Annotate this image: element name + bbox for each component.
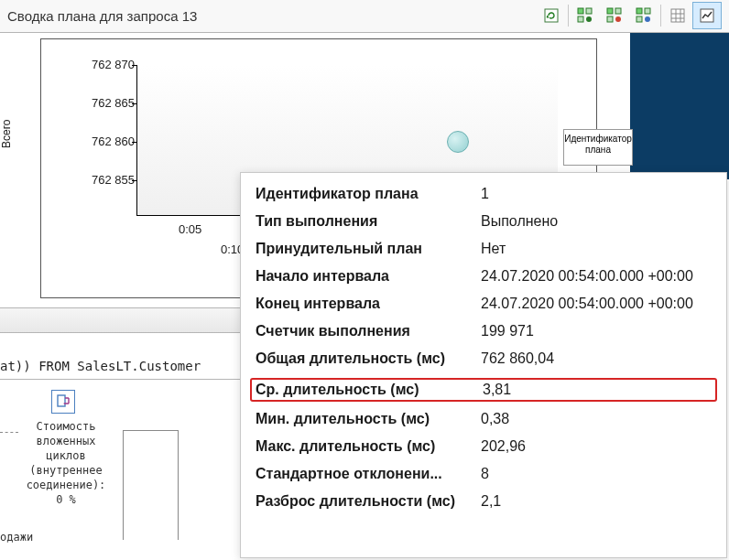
tooltip-value: 762 860,04 <box>481 350 712 367</box>
tooltip-value: 24.07.2020 00:54:00.000 +00:00 <box>481 296 712 312</box>
svg-rect-19 <box>58 395 65 406</box>
tooltip-label: Тип выполнения <box>256 213 481 230</box>
tooltip-row: Начало интервала24.07.2020 00:54:00.000 … <box>256 268 712 285</box>
plan-text: (внутреннее <box>15 463 117 478</box>
tooltip-label: Общая длительность (мс) <box>256 350 481 367</box>
tooltip-row: Ср. длительность (мс)3,81 <box>250 378 717 402</box>
svg-rect-2 <box>586 8 592 14</box>
svg-rect-10 <box>645 8 650 14</box>
plan-text: соединение): <box>15 478 117 492</box>
refresh-button[interactable] <box>537 2 566 29</box>
tooltip-row: Общая длительность (мс)762 860,04 <box>256 350 712 367</box>
svg-marker-20 <box>63 403 65 404</box>
connector-line <box>123 430 124 540</box>
config-button-2[interactable] <box>600 2 629 29</box>
y-axis-label: Всего <box>0 120 13 148</box>
nested-loops-icon[interactable] <box>51 390 75 414</box>
toolbar-separator <box>568 5 569 27</box>
tooltip-label: Принудительный план <box>256 241 481 257</box>
legend-text: плана <box>564 145 632 156</box>
tooltip-value: 3,81 <box>483 382 712 398</box>
tooltip-value: 1 <box>481 186 712 202</box>
svg-point-8 <box>615 16 621 22</box>
x-tick-label: 0:05 <box>179 222 201 236</box>
y-tick-label: 762 860 <box>92 135 135 148</box>
grid-view-button[interactable] <box>663 2 692 29</box>
connector-line <box>178 430 179 540</box>
tooltip-value: 202,96 <box>481 438 712 455</box>
tooltip-row: Принудительный планНет <box>256 241 712 257</box>
config-button-3[interactable] <box>629 2 658 29</box>
chart-view-button[interactable] <box>692 2 722 29</box>
tooltip-label: Идентификатор плана <box>256 186 481 202</box>
plan-text: Стоимость <box>15 419 117 434</box>
tooltip-row: Счетчик выполнения199 971 <box>256 323 712 339</box>
tooltip-label: Разброс длительности (мс) <box>256 493 481 510</box>
svg-rect-3 <box>578 16 583 22</box>
tooltip-value: 24.07.2020 00:54:00.000 +00:00 <box>481 268 712 285</box>
plan-text: вложенных <box>15 434 117 448</box>
svg-rect-1 <box>578 8 583 14</box>
svg-rect-5 <box>607 8 613 14</box>
svg-point-12 <box>645 16 650 22</box>
tooltip-value: 0,38 <box>481 411 712 427</box>
svg-rect-11 <box>637 16 642 22</box>
connector-line <box>0 432 18 433</box>
background-panel <box>630 33 729 179</box>
tooltip-row: Конец интервала24.07.2020 00:54:00.000 +… <box>256 296 712 312</box>
tooltip-label: Мин. длительность (мс) <box>256 411 481 427</box>
svg-rect-9 <box>637 8 642 14</box>
window-title: Сводка плана для запроса 13 <box>7 8 197 24</box>
plan-node-label: Стоимость вложенных циклов (внутреннее с… <box>15 419 117 507</box>
toolbar-separator <box>660 5 661 27</box>
tooltip-label: Макс. длительность (мс) <box>256 438 481 455</box>
tooltip-row: Идентификатор плана1 <box>256 186 712 202</box>
y-tick-label: 762 855 <box>92 173 135 187</box>
separator <box>0 379 240 380</box>
tooltip-row: Тип выполненияВыполнено <box>256 213 712 230</box>
sql-fragment: at)) FROM SalesLT.Customer <box>0 359 238 373</box>
titlebar: Сводка плана для запроса 13 <box>0 0 729 33</box>
data-point[interactable] <box>447 131 469 153</box>
truncated-text: одажи <box>0 531 33 544</box>
tooltip-label: Начало интервала <box>256 268 481 285</box>
tooltip-row: Макс. длительность (мс)202,96 <box>256 438 712 455</box>
tooltip-label: Счетчик выполнения <box>256 323 481 339</box>
svg-rect-6 <box>615 8 621 14</box>
tooltip-value: Выполнено <box>481 213 712 230</box>
details-tooltip: Идентификатор плана1Тип выполненияВыполн… <box>240 172 727 558</box>
tooltip-value: Нет <box>481 241 712 257</box>
y-tick-label: 762 865 <box>92 96 135 110</box>
chart-legend: Идентификатор плана <box>563 129 633 166</box>
svg-rect-13 <box>671 9 684 22</box>
tooltip-row: Разброс длительности (мс)2,1 <box>256 493 712 510</box>
tooltip-value: 2,1 <box>481 493 712 510</box>
legend-text: Идентификатор <box>564 134 632 145</box>
tooltip-label: Ср. длительность (мс) <box>256 382 483 398</box>
svg-rect-7 <box>607 16 613 22</box>
tooltip-label: Конец интервала <box>256 296 481 312</box>
tooltip-row: Стандартное отклонени...8 <box>256 466 712 482</box>
svg-rect-0 <box>545 9 558 22</box>
y-tick-label: 762 870 <box>92 58 135 71</box>
tooltip-label: Стандартное отклонени... <box>256 466 481 482</box>
connector-line <box>123 430 178 431</box>
plan-text: 0 % <box>15 492 117 507</box>
toolbar <box>537 2 722 29</box>
svg-point-4 <box>586 16 592 22</box>
config-button-1[interactable] <box>571 2 600 29</box>
tooltip-value: 199 971 <box>481 323 712 339</box>
tooltip-value: 8 <box>481 466 712 482</box>
tooltip-row: Мин. длительность (мс)0,38 <box>256 411 712 427</box>
plan-text: циклов <box>15 448 117 463</box>
